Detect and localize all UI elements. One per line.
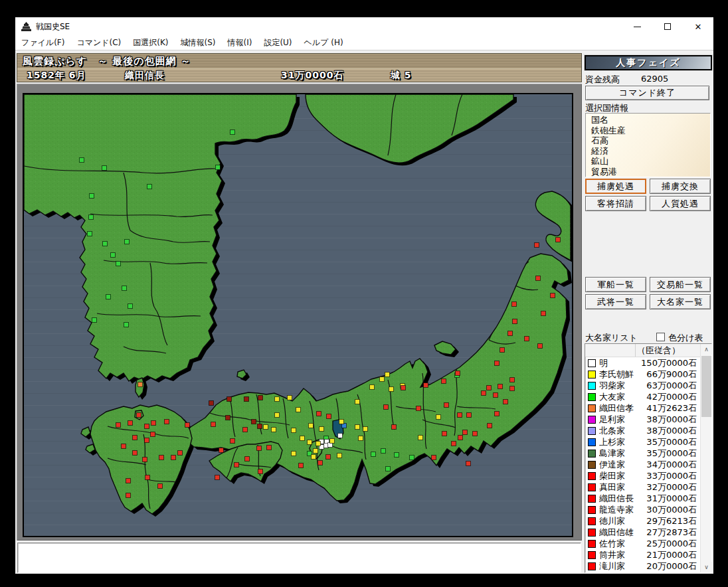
color-toggle-checkbox[interactable] [656, 333, 665, 341]
castle-dot[interactable] [384, 405, 389, 410]
castle-dot[interactable] [424, 383, 428, 388]
castle-dot[interactable] [488, 424, 492, 428]
castle-dot[interactable] [137, 413, 141, 418]
castle-dot[interactable] [395, 453, 399, 458]
action-button-3[interactable]: 人質処遇 [650, 196, 711, 211]
castle-dot[interactable] [327, 414, 331, 419]
castle-dot[interactable] [556, 238, 561, 242]
list-button-1[interactable]: 交易船一覧 [650, 277, 711, 292]
castle-dot[interactable] [88, 232, 92, 236]
castle-dot[interactable] [145, 424, 149, 429]
castle-dot[interactable] [337, 454, 342, 458]
castle-dot[interactable] [363, 427, 368, 432]
daimyo-row[interactable]: 李氏朝鮮66万9000石 [585, 369, 700, 380]
daimyo-row[interactable]: 上杉家35万0000石 [585, 436, 700, 448]
castle-dot[interactable] [258, 396, 263, 400]
castle-dot[interactable] [371, 452, 376, 457]
castle-dot[interactable] [385, 373, 390, 377]
castle-dot[interactable] [452, 442, 456, 446]
minimize-button[interactable] [622, 17, 652, 36]
daimyo-row[interactable]: 大友家42万0000石 [585, 391, 700, 402]
castle-dot[interactable] [234, 463, 239, 467]
command-end-button[interactable]: コマンド終了 [585, 86, 709, 100]
castle-dot[interactable] [258, 424, 262, 429]
castle-dot[interactable] [116, 262, 121, 266]
castle-dot[interactable] [416, 406, 421, 411]
castle-dot[interactable] [401, 386, 406, 390]
castle-dot[interactable] [211, 422, 216, 427]
castle-dot[interactable] [219, 448, 224, 453]
castle-dot[interactable] [230, 439, 235, 444]
castle-dot[interactable] [126, 493, 131, 498]
castle-dot[interactable] [89, 215, 94, 220]
castle-dot[interactable] [257, 446, 262, 451]
castle-dot[interactable] [538, 344, 543, 349]
castle-dot[interactable] [326, 455, 331, 460]
castle-dot[interactable] [355, 425, 360, 430]
castle-dot[interactable] [178, 451, 183, 456]
castle-dot[interactable] [482, 391, 486, 396]
daimyo-row[interactable]: 島津家35万0000石 [585, 448, 700, 459]
castle-dot[interactable] [389, 387, 394, 392]
castle-dot[interactable] [165, 420, 169, 424]
action-button-2[interactable]: 客将招請 [585, 196, 646, 211]
castle-dot[interactable] [535, 243, 539, 248]
castle-dot[interactable] [143, 458, 147, 462]
castle-dot[interactable] [245, 457, 250, 461]
castle-dot[interactable] [147, 185, 152, 189]
castle-dot[interactable] [436, 415, 441, 420]
castle-dot[interactable] [308, 440, 312, 445]
daimyo-row[interactable]: 織田信長31万0000石 [585, 493, 700, 504]
strategic-map[interactable] [23, 93, 573, 537]
list-button-2[interactable]: 武将一覧 [585, 294, 646, 309]
castle-dot[interactable] [227, 397, 232, 402]
castle-dot[interactable] [267, 446, 272, 450]
castle-dot[interactable] [111, 253, 116, 258]
daimyo-row[interactable]: 織田信雄27万2873石 [585, 527, 700, 538]
menu-item-1[interactable]: コマンド(C) [70, 36, 127, 50]
castle-dot[interactable] [90, 194, 94, 199]
castle-dot[interactable] [458, 436, 463, 440]
daimyo-row[interactable]: 筒井家21万0000石 [585, 549, 700, 560]
castle-dot[interactable] [80, 158, 84, 163]
scroll-down-button[interactable]: ∨ [701, 562, 712, 572]
castle-dot[interactable] [243, 428, 248, 432]
castle-dot[interactable] [410, 456, 414, 460]
castle-dot[interactable] [145, 438, 149, 443]
daimyo-row[interactable]: 真田家32万0000石 [585, 481, 700, 493]
list-button-3[interactable]: 大名家一覧 [650, 294, 711, 309]
daimyo-row[interactable]: 足利家38万0000石 [585, 414, 700, 425]
castle-dot[interactable] [264, 425, 268, 430]
castle-dot[interactable] [458, 413, 462, 418]
castle-dot[interactable] [215, 475, 220, 480]
maximize-button[interactable] [652, 17, 683, 36]
castle-dot[interactable] [126, 479, 131, 483]
castle-dot[interactable] [319, 427, 324, 432]
castle-dot[interactable] [392, 425, 397, 430]
castle-dot[interactable] [318, 461, 323, 465]
castle-dot[interactable] [442, 432, 447, 436]
castle-dot[interactable] [258, 469, 263, 474]
castle-dot[interactable] [124, 323, 129, 327]
castle-dot[interactable] [159, 456, 164, 460]
daimyo-row[interactable]: 柴田家33万0000石 [585, 470, 700, 481]
daimyo-row[interactable]: 羽柴家63万0000石 [585, 380, 700, 391]
castle-dot[interactable] [314, 449, 318, 454]
daimyo-list-scrollbar[interactable]: ∧ ∨ [700, 344, 711, 572]
castle-dot[interactable] [272, 428, 276, 432]
castle-dot[interactable] [312, 455, 316, 460]
castle-dot[interactable] [92, 318, 97, 323]
castle-dot[interactable] [171, 456, 176, 460]
castle-dot[interactable] [106, 295, 111, 299]
castle-dot[interactable] [151, 432, 155, 437]
daimyo-row[interactable]: 伊達家34万0000石 [585, 459, 700, 470]
castle-dot[interactable] [103, 242, 108, 246]
castle-dot[interactable] [495, 361, 500, 366]
castle-dot[interactable] [418, 436, 423, 440]
castle-dot[interactable] [288, 396, 292, 400]
castle-dot[interactable] [494, 393, 498, 398]
castle-dot[interactable] [122, 444, 126, 449]
castle-dot[interactable] [466, 461, 471, 466]
list-button-0[interactable]: 軍船一覧 [585, 277, 646, 292]
menu-item-2[interactable]: 国選択(K) [127, 36, 174, 50]
